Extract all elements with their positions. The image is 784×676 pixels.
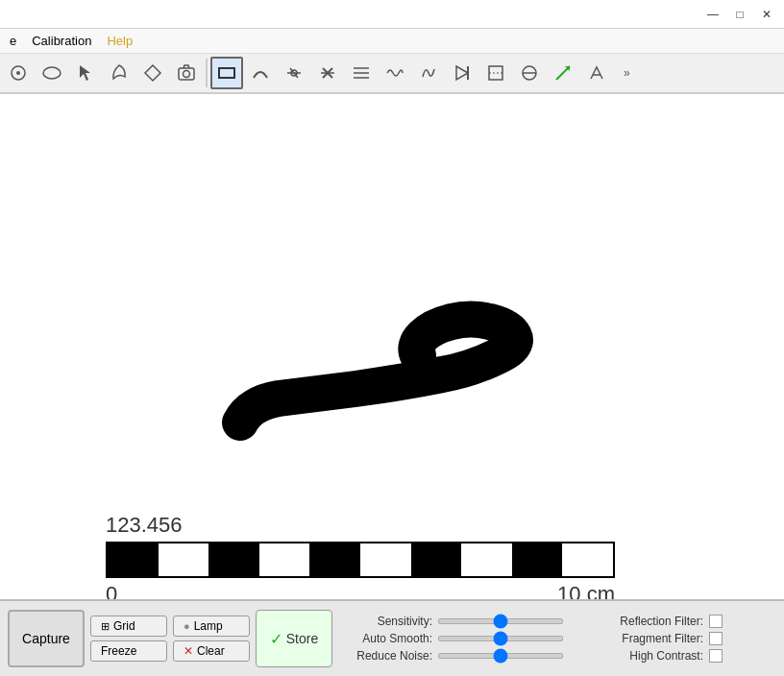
tool-more-button[interactable]: » bbox=[614, 57, 647, 89]
tool-arrow1-button[interactable] bbox=[547, 57, 579, 89]
seg-2 bbox=[208, 543, 259, 576]
controls-area: Sensitivity: Auto Smooth: Reduce Noise: bbox=[346, 615, 563, 663]
tool-circle-button[interactable] bbox=[2, 57, 35, 89]
seg-6 bbox=[411, 543, 462, 576]
svg-point-2 bbox=[43, 67, 61, 79]
fragment-filter-row: Fragment Filter: bbox=[588, 632, 723, 645]
fragment-filter-label: Fragment Filter: bbox=[588, 632, 703, 645]
clear-x-icon: ✕ bbox=[184, 644, 193, 658]
tool-ellipse-button[interactable] bbox=[36, 57, 68, 89]
seg-5 bbox=[360, 543, 411, 576]
scale-bar bbox=[106, 542, 615, 578]
toolbar: » bbox=[0, 54, 784, 94]
grid-button[interactable]: ⊞ Grid bbox=[90, 616, 167, 637]
seg-7 bbox=[461, 543, 512, 576]
svg-point-1 bbox=[16, 71, 20, 75]
toolbar-separator-1 bbox=[206, 59, 208, 87]
minimize-button[interactable]: — bbox=[699, 1, 726, 28]
reduce-noise-label: Reduce Noise: bbox=[346, 649, 432, 663]
svg-marker-3 bbox=[145, 65, 160, 81]
scale-area: 123.456 0 10 cm bbox=[106, 513, 615, 607]
sensitivity-slider[interactable] bbox=[438, 618, 563, 624]
high-contrast-label: High Contrast: bbox=[588, 649, 703, 663]
tool-play-button[interactable] bbox=[446, 57, 478, 89]
tool-wave2-button[interactable] bbox=[412, 57, 445, 89]
tool-cross2-button[interactable] bbox=[311, 57, 344, 89]
freeze-button[interactable]: Freeze bbox=[90, 640, 167, 662]
svg-rect-18 bbox=[489, 66, 502, 80]
fragment-filter-checkbox[interactable] bbox=[709, 632, 723, 645]
tool-rect-button[interactable] bbox=[210, 57, 243, 89]
maximize-button[interactable]: □ bbox=[726, 1, 753, 28]
capture-button[interactable]: Capture bbox=[8, 610, 85, 667]
seg-1 bbox=[159, 543, 209, 576]
svg-text:»: » bbox=[624, 66, 630, 80]
seg-8 bbox=[512, 543, 563, 576]
auto-smooth-row: Auto Smooth: bbox=[346, 632, 563, 645]
menu-item-help[interactable]: Help bbox=[99, 31, 140, 51]
seg-0 bbox=[108, 543, 159, 576]
menubar: e Calibration Help bbox=[0, 29, 784, 54]
lamp-button[interactable]: ● Lamp bbox=[173, 616, 250, 637]
sensitivity-row: Sensitivity: bbox=[346, 615, 563, 628]
tool-cross1-button[interactable] bbox=[278, 57, 310, 89]
tool-arc-button[interactable] bbox=[244, 57, 277, 89]
close-button[interactable]: ✕ bbox=[753, 1, 780, 28]
reduce-noise-slider[interactable] bbox=[438, 653, 563, 659]
bottom-panel: Capture ⊞ Grid ● Lamp Freeze ✕ Clear ✓ S… bbox=[0, 599, 784, 676]
sensitivity-label: Sensitivity: bbox=[346, 615, 432, 628]
scale-value: 123.456 bbox=[106, 513, 615, 538]
reflection-filter-row: Reflection Filter: bbox=[588, 615, 723, 628]
filters-area: Reflection Filter: Fragment Filter: High… bbox=[588, 615, 723, 663]
tool-pointer-button[interactable] bbox=[69, 57, 102, 89]
grid-icon: ⊞ bbox=[101, 620, 110, 633]
svg-marker-16 bbox=[456, 66, 468, 80]
auto-smooth-slider[interactable] bbox=[438, 636, 563, 641]
seg-3 bbox=[259, 543, 310, 576]
high-contrast-row: High Contrast: bbox=[588, 649, 723, 663]
menu-item-e[interactable]: e bbox=[2, 31, 24, 51]
lamp-icon: ● bbox=[184, 620, 190, 632]
menu-item-calibration[interactable]: Calibration bbox=[24, 31, 99, 51]
svg-rect-6 bbox=[219, 68, 234, 78]
tool-cross3-button[interactable] bbox=[513, 57, 546, 89]
store-button[interactable]: ✓ Store bbox=[256, 610, 332, 667]
tool-wave1-button[interactable] bbox=[379, 57, 411, 89]
tool-lines-button[interactable] bbox=[345, 57, 378, 89]
tool-diamond-button[interactable] bbox=[136, 57, 169, 89]
svg-point-5 bbox=[184, 71, 190, 78]
utility-buttons: ⊞ Grid ● Lamp Freeze ✕ Clear bbox=[90, 616, 250, 662]
tool-camera-button[interactable] bbox=[170, 57, 203, 89]
tool-arrow2-button[interactable] bbox=[580, 57, 613, 89]
clear-button[interactable]: ✕ Clear bbox=[173, 640, 250, 662]
high-contrast-checkbox[interactable] bbox=[709, 649, 723, 663]
reflection-filter-checkbox[interactable] bbox=[709, 615, 723, 628]
titlebar: — □ ✕ bbox=[0, 0, 784, 29]
main-canvas-area: 123.456 0 10 cm bbox=[0, 94, 784, 664]
check-icon: ✓ bbox=[270, 630, 282, 648]
reduce-noise-row: Reduce Noise: bbox=[346, 649, 563, 663]
tool-square2-button[interactable] bbox=[479, 57, 512, 89]
tool-leaf-button[interactable] bbox=[103, 57, 135, 89]
seg-9 bbox=[562, 543, 613, 576]
seg-4 bbox=[309, 543, 360, 576]
auto-smooth-label: Auto Smooth: bbox=[346, 632, 432, 645]
reflection-filter-label: Reflection Filter: bbox=[588, 615, 703, 628]
